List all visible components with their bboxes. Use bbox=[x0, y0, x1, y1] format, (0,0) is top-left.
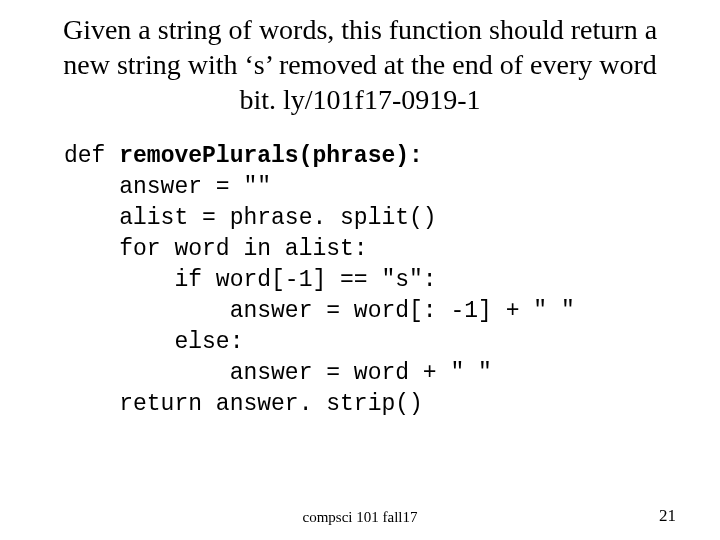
code-line-2: answer = "" bbox=[64, 174, 271, 200]
code-line-1-func: removePlurals(phrase): bbox=[119, 143, 423, 169]
title-line-1: Given a string of words, this function s… bbox=[63, 14, 657, 45]
code-line-9: return answer. strip() bbox=[64, 391, 423, 417]
code-line-4: for word in alist: bbox=[64, 236, 368, 262]
code-line-7: else: bbox=[64, 329, 243, 355]
title-line-3: bit. ly/101f17-0919-1 bbox=[239, 84, 480, 115]
code-line-1-def: def bbox=[64, 143, 119, 169]
footer-course: compsci 101 fall17 bbox=[303, 509, 418, 526]
slide: Given a string of words, this function s… bbox=[0, 0, 720, 540]
footer-page-number: 21 bbox=[659, 506, 676, 526]
code-line-6: answer = word[: -1] + " " bbox=[64, 298, 575, 324]
code-line-8: answer = word + " " bbox=[64, 360, 492, 386]
code-block: def removePlurals(phrase): answer = "" a… bbox=[64, 141, 700, 420]
title-line-2: new string with ‘s’ removed at the end o… bbox=[63, 49, 657, 80]
code-line-5: if word[-1] == "s": bbox=[64, 267, 437, 293]
code-line-3: alist = phrase. split() bbox=[64, 205, 437, 231]
slide-title: Given a string of words, this function s… bbox=[20, 12, 700, 117]
